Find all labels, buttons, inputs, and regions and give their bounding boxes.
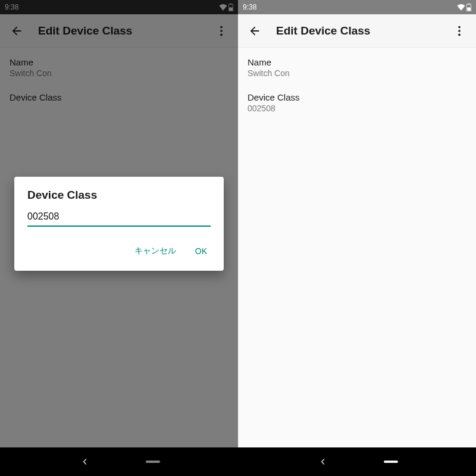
cancel-button[interactable]: キャンセル bbox=[131, 241, 180, 261]
back-button[interactable] bbox=[243, 19, 267, 43]
arrow-back-icon bbox=[248, 24, 261, 37]
svg-point-9 bbox=[458, 26, 461, 28]
system-nav-bar bbox=[238, 447, 476, 476]
battery-icon bbox=[466, 4, 471, 11]
more-vert-icon bbox=[453, 24, 466, 37]
nav-home-button[interactable] bbox=[146, 455, 160, 469]
svg-point-11 bbox=[458, 33, 461, 36]
app-bar: Edit Device Class bbox=[238, 14, 476, 48]
dialog-actions: キャンセル OK bbox=[27, 239, 211, 266]
overflow-menu-button[interactable] bbox=[447, 19, 471, 43]
ok-button[interactable]: OK bbox=[192, 241, 211, 261]
field-name-value: Switch Con bbox=[248, 68, 466, 78]
svg-rect-8 bbox=[467, 7, 471, 11]
wifi-icon bbox=[457, 4, 465, 11]
page-title: Edit Device Class bbox=[276, 24, 438, 37]
dialog-title: Device Class bbox=[27, 189, 211, 202]
modal-scrim[interactable]: Device Class キャンセル OK bbox=[0, 0, 238, 447]
nav-back-button[interactable] bbox=[78, 455, 92, 469]
screenshot-right-pane: 9:38 Edit Device Class bbox=[238, 0, 476, 476]
screenshot-left-pane: 9:38 Edit Device Class bbox=[0, 0, 238, 476]
device-class-dialog: Device Class キャンセル OK bbox=[14, 177, 224, 271]
svg-rect-7 bbox=[468, 4, 470, 4]
nav-home-button[interactable] bbox=[384, 455, 398, 469]
home-pill-icon bbox=[146, 461, 160, 463]
field-name-label: Name bbox=[248, 57, 466, 67]
field-name[interactable]: Name Switch Con bbox=[248, 54, 466, 89]
system-nav-bar bbox=[0, 447, 238, 476]
status-bar: 9:38 bbox=[238, 0, 476, 14]
settings-content: Name Switch Con Device Class 002508 bbox=[238, 48, 476, 447]
field-device-class-label: Device Class bbox=[248, 92, 466, 102]
field-device-class-value: 002508 bbox=[248, 104, 466, 113]
svg-point-10 bbox=[458, 30, 461, 32]
status-time: 9:38 bbox=[243, 3, 256, 11]
nav-back-button[interactable] bbox=[316, 455, 330, 469]
field-device-class[interactable]: Device Class 002508 bbox=[248, 89, 466, 124]
device-class-input[interactable] bbox=[27, 209, 211, 227]
home-pill-icon bbox=[384, 461, 398, 463]
